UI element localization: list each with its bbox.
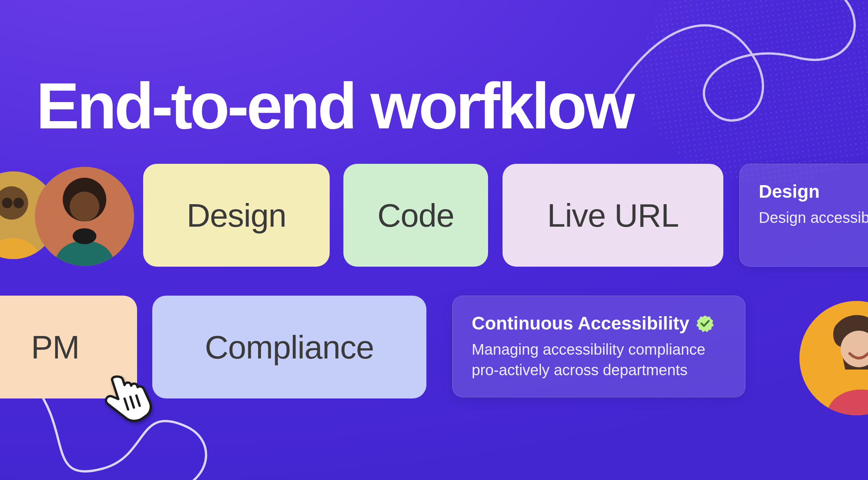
panel-heading: Design <box>759 181 868 202</box>
avatar <box>35 167 134 266</box>
card-design[interactable]: Design <box>143 164 330 267</box>
svg-point-2 <box>2 198 13 208</box>
svg-line-9 <box>124 398 128 410</box>
decorative-squiggle-top <box>594 0 868 175</box>
verified-badge-icon <box>696 315 714 332</box>
svg-line-10 <box>130 397 134 408</box>
panel-design: Design Design accessib <box>739 164 868 267</box>
card-compliance[interactable]: Compliance <box>152 296 426 398</box>
svg-point-6 <box>70 192 99 221</box>
card-code[interactable]: Code <box>343 164 488 267</box>
card-label: Compliance <box>205 328 374 366</box>
card-live-url[interactable]: Live URL <box>503 164 723 267</box>
card-label: Live URL <box>547 197 679 234</box>
card-label: Code <box>377 197 454 234</box>
card-label: PM <box>31 328 80 366</box>
svg-point-3 <box>13 198 24 208</box>
panel-body: Design accessib <box>759 207 868 228</box>
panel-continuous-accessibility: Continuous Accessibility Managing access… <box>452 296 745 397</box>
page-title: End-to-end worfklow <box>36 69 633 143</box>
panel-body: Managing accessibility compliance pro-ac… <box>472 339 726 380</box>
card-pm[interactable]: PM <box>0 296 137 398</box>
avatar <box>799 301 868 415</box>
svg-line-11 <box>136 395 140 406</box>
panel-heading: Continuous Accessibility <box>472 313 689 334</box>
card-label: Design <box>187 197 286 234</box>
